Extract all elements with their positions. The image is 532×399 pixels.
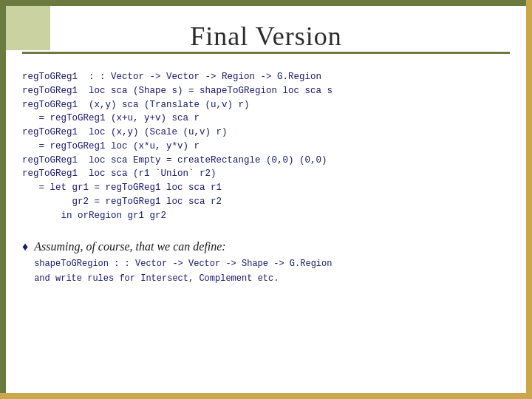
page-title: Final Version bbox=[0, 21, 532, 52]
bullet-main-text: Assuming, of course, that we can define: bbox=[34, 239, 332, 255]
assuming-text: Assuming, of course, that bbox=[34, 240, 157, 253]
code-line-1: regToGReg1 : : Vector -> Vector -> Regio… bbox=[22, 70, 510, 84]
bullet-content: Assuming, of course, that we can define:… bbox=[34, 239, 332, 284]
code-line-10: gr2 = regToGReg1 loc sca r2 bbox=[22, 195, 510, 209]
left-accent-bar bbox=[0, 0, 6, 399]
right-accent-bar bbox=[526, 0, 532, 399]
code-line-6: = regToGReg1 loc (x*u, y*v) r bbox=[22, 140, 510, 154]
top-accent-bar bbox=[0, 0, 532, 6]
code-line-5: regToGReg1 loc (x,y) (Scale (u,v) r) bbox=[22, 126, 510, 140]
code-line-3: regToGReg1 (x,y) sca (Translate (u,v) r) bbox=[22, 98, 510, 112]
can-define-text: can define: bbox=[173, 240, 226, 253]
bottom-accent-bar bbox=[0, 393, 532, 399]
title-area: Final Version bbox=[0, 7, 532, 52]
bullet-icon: ♦ bbox=[22, 240, 28, 253]
bullet-code-line2: and write rules for Intersect, Complemen… bbox=[34, 272, 332, 285]
code-line-11: in orRegion gr1 gr2 bbox=[22, 209, 510, 223]
bullet-section: ♦ Assuming, of course, that we can defin… bbox=[22, 239, 510, 284]
header-divider bbox=[22, 52, 510, 54]
we-text: we bbox=[157, 240, 173, 253]
code-line-9: = let gr1 = regToGReg1 loc sca r1 bbox=[22, 181, 510, 195]
code-line-7: regToGReg1 loc sca Empty = createRectang… bbox=[22, 154, 510, 168]
bullet-code-line1: shapeToGRegion : : Vector -> Vector -> S… bbox=[34, 257, 332, 270]
code-line-4: = regToGReg1 (x+u, y+v) sca r bbox=[22, 112, 510, 126]
code-line-2: regToGReg1 loc sca (Shape s) = shapeToGR… bbox=[22, 84, 510, 98]
content-area: regToGReg1 : : Vector -> Vector -> Regio… bbox=[22, 63, 510, 377]
slide: Final Version regToGReg1 : : Vector -> V… bbox=[0, 0, 532, 399]
bullet-item: ♦ Assuming, of course, that we can defin… bbox=[22, 239, 510, 284]
code-line-8: regToGReg1 loc sca (r1 `Union` r2) bbox=[22, 167, 510, 181]
code-block: regToGReg1 : : Vector -> Vector -> Regio… bbox=[22, 70, 510, 222]
